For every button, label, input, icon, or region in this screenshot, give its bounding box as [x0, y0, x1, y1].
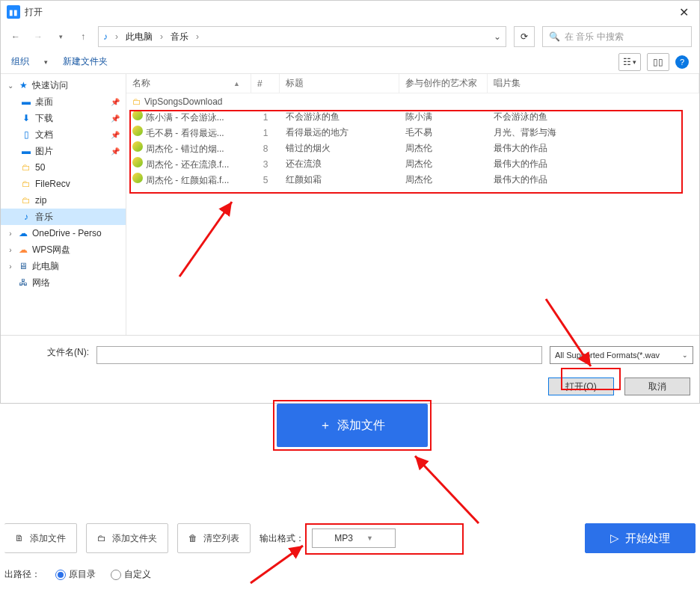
- search-box[interactable]: 🔍 在 音乐 中搜索: [542, 26, 692, 47]
- breadcrumb-current[interactable]: 音乐: [171, 31, 188, 43]
- breadcrumb-root[interactable]: 此电脑: [126, 31, 153, 43]
- file-type-filter[interactable]: All Supported Formats(*.wav⌄: [550, 346, 693, 364]
- nav-tree: ⌄★快速访问 ▬桌面📌 ⬇下载📌 ▯文档📌 ▬图片📌 🗀50 🗀FileRecv…: [1, 74, 126, 335]
- start-process-button[interactable]: ▷ 开始处理: [585, 523, 696, 553]
- chevron-down-icon: ▼: [366, 534, 373, 542]
- col-title[interactable]: 标题: [280, 74, 399, 93]
- folder-icon: 🗀: [132, 96, 141, 107]
- tree-wps[interactable]: ›☁WPS网盘: [1, 241, 126, 258]
- folder-row[interactable]: 🗀VipSongsDownload: [126, 93, 699, 109]
- radio-orig-dir[interactable]: 原目录: [55, 568, 96, 581]
- address-history-dropdown[interactable]: ⌄: [494, 31, 501, 42]
- chevron-down-icon: ⌄: [682, 351, 688, 359]
- download-icon: ⬇: [20, 113, 32, 123]
- file-list-header: 名称▲ # 标题 参与创作的艺术家 唱片集: [126, 74, 699, 93]
- toolbar-dropdown-icon[interactable]: ▾: [44, 58, 48, 66]
- preview-pane-button[interactable]: ▯▯: [647, 53, 669, 71]
- audio-file-icon: [132, 126, 143, 136]
- audio-file-icon: [132, 173, 143, 183]
- col-album[interactable]: 唱片集: [488, 74, 699, 93]
- file-list: 名称▲ # 标题 参与创作的艺术家 唱片集 🗀VipSongsDownload …: [126, 74, 699, 335]
- cancel-button[interactable]: 取消: [624, 378, 690, 395]
- filename-input[interactable]: [96, 346, 542, 364]
- file-row[interactable]: 周杰伦 - 红颜如霜.f...5红颜如霜周杰伦最伟大的作品: [126, 172, 699, 188]
- tree-music[interactable]: ♪音乐: [1, 209, 126, 225]
- radio-custom[interactable]: 自定义: [111, 568, 151, 581]
- tree-thispc[interactable]: ›🖥此电脑: [1, 258, 126, 274]
- col-artist[interactable]: 参与创作的艺术家: [399, 74, 488, 93]
- tree-downloads[interactable]: ⬇下载📌: [1, 110, 126, 126]
- bottom-toolbar: 🗎 添加文件 🗀 添加文件夹 🗑 清空列表 输出格式： MP3 ▼ ▷: [0, 523, 700, 581]
- tree-pictures[interactable]: ▬图片📌: [1, 143, 126, 159]
- output-format-select[interactable]: MP3 ▼: [312, 528, 396, 548]
- sort-asc-icon: ▲: [233, 80, 240, 87]
- tree-network[interactable]: 🖧网络: [1, 274, 126, 291]
- folder-icon: 🗀: [20, 195, 32, 206]
- file-row[interactable]: 毛不易 - 看得最远...1看得最远的地方毛不易月光、背影与海: [126, 125, 699, 141]
- tree-quick-access[interactable]: ⌄★快速访问: [1, 77, 126, 93]
- address-bar[interactable]: ♪ › 此电脑 › 音乐 › ⌄: [98, 26, 506, 47]
- bottom-clear-list-button[interactable]: 🗑 清空列表: [177, 523, 251, 553]
- col-name[interactable]: 名称▲: [126, 74, 251, 93]
- pin-icon: 📌: [111, 114, 120, 123]
- dialog-title: 打开: [25, 6, 43, 19]
- bottom-add-file-button[interactable]: 🗎 添加文件: [4, 523, 77, 553]
- music-icon: ♪: [20, 212, 32, 222]
- nav-up-button[interactable]: ↑: [76, 29, 90, 44]
- search-icon: 🔍: [549, 31, 560, 42]
- file-row[interactable]: 周杰伦 - 错过的烟...8错过的烟火周杰伦最伟大的作品: [126, 141, 699, 156]
- app-logo-icon: ▮▮: [7, 5, 20, 19]
- tree-onedrive[interactable]: ›☁OneDrive - Perso: [1, 225, 126, 241]
- plus-icon: ＋: [319, 418, 331, 434]
- folder-icon: 🗀: [20, 179, 32, 189]
- filename-row: 文件名(N): All Supported Formats(*.wav⌄: [1, 336, 699, 378]
- chevron-right-icon: ›: [193, 31, 202, 42]
- file-row[interactable]: 周杰伦 - 还在流浪.f...3还在流浪周杰伦最伟大的作品: [126, 156, 699, 172]
- bottom-add-folder-button[interactable]: 🗀 添加文件夹: [86, 523, 168, 553]
- open-button[interactable]: 打开(O): [548, 378, 614, 395]
- output-path-label: 出路径：: [4, 568, 40, 581]
- trash-icon: 🗑: [188, 533, 197, 543]
- chevron-right-icon: ›: [112, 31, 121, 42]
- add-file-large-button[interactable]: ＋ 添加文件: [277, 404, 428, 447]
- close-icon[interactable]: ✕: [675, 5, 693, 19]
- computer-icon: 🖥: [17, 261, 29, 271]
- music-location-icon: ♪: [103, 31, 108, 42]
- folder-icon: 🗀: [97, 533, 106, 543]
- star-icon: ★: [17, 80, 29, 90]
- document-icon: 🗎: [15, 533, 24, 543]
- new-folder-button[interactable]: 新建文件夹: [63, 55, 108, 68]
- tree-folder-filerecv[interactable]: 🗀FileRecv: [1, 176, 126, 192]
- help-icon[interactable]: ?: [675, 55, 689, 69]
- nav-recent-dropdown[interactable]: ▾: [53, 29, 68, 44]
- network-icon: 🖧: [17, 277, 29, 288]
- organize-menu[interactable]: 组织: [11, 55, 29, 68]
- output-format-group: 输出格式： MP3 ▼: [260, 528, 396, 548]
- nav-back-button[interactable]: ←: [8, 29, 23, 44]
- tree-desktop[interactable]: ▬桌面📌: [1, 93, 126, 110]
- view-mode-button[interactable]: ☷▾: [618, 53, 641, 71]
- svg-line-2: [415, 456, 479, 523]
- pictures-icon: ▬: [20, 146, 32, 156]
- tree-documents[interactable]: ▯文档📌: [1, 126, 126, 143]
- tree-folder-50[interactable]: 🗀50: [1, 159, 126, 176]
- desktop-icon: ▬: [20, 96, 32, 107]
- annotation-arrow: [404, 449, 486, 531]
- search-placeholder: 在 音乐 中搜索: [565, 31, 624, 43]
- pin-icon: 📌: [111, 98, 120, 106]
- pin-icon: 📌: [111, 131, 120, 139]
- play-icon: ▷: [610, 531, 619, 545]
- cloud-icon: ☁: [17, 228, 29, 238]
- col-num[interactable]: #: [251, 74, 280, 93]
- dialog-titlebar: ▮▮ 打开 ✕: [1, 1, 699, 23]
- pin-icon: 📌: [111, 147, 120, 155]
- tree-folder-zip[interactable]: 🗀zip: [1, 192, 126, 209]
- output-format-label: 输出格式：: [260, 532, 304, 545]
- refresh-button[interactable]: ⟳: [514, 26, 535, 47]
- audio-file-icon: [132, 157, 143, 167]
- folder-icon: 🗀: [20, 162, 32, 173]
- file-row[interactable]: 陈小满 - 不会游泳...1不会游泳的鱼陈小满不会游泳的鱼: [126, 109, 699, 125]
- nav-forward-button[interactable]: →: [31, 29, 46, 44]
- audio-file-icon: [132, 141, 143, 152]
- audio-file-icon: [132, 110, 143, 120]
